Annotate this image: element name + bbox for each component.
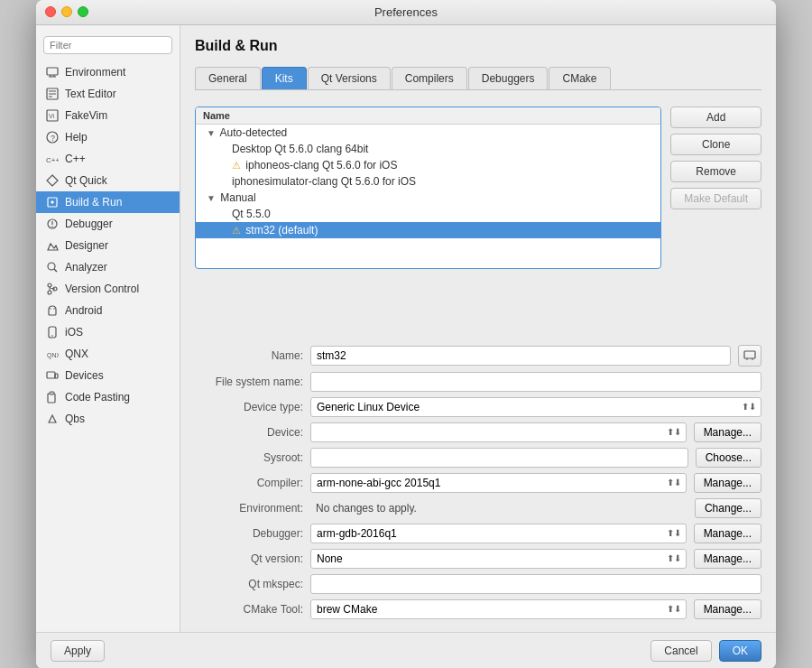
- form-row-debugger: Debugger: arm-gdb-2016q1 ⬆⬇ Manage...: [195, 524, 761, 543]
- filesystem-input[interactable]: [310, 372, 761, 392]
- devices-icon: [45, 368, 60, 383]
- kit-item-iphonesimulator[interactable]: iphonesimulator-clang Qt 5.6.0 for iOS: [196, 173, 660, 190]
- sidebar-item-code-pasting[interactable]: Code Pasting: [36, 386, 180, 408]
- sidebar-item-text-editor[interactable]: Text Editor: [36, 83, 180, 105]
- svg-point-17: [51, 226, 53, 227]
- sidebar-label: iOS: [65, 326, 83, 339]
- filesystem-label: File system name:: [195, 376, 303, 388]
- device-manage-button[interactable]: Manage...: [694, 422, 761, 442]
- version-control-icon: [45, 282, 60, 296]
- qt-version-label: Qt version:: [195, 552, 303, 565]
- kit-item-desktop[interactable]: Desktop Qt 5.6.0 clang 64bit: [196, 141, 660, 157]
- kit-list-header: Name: [196, 107, 660, 125]
- kit-item-iphoneos[interactable]: ⚠ iphoneos-clang Qt 5.6.0 for iOS: [196, 157, 660, 173]
- sidebar-item-build-run[interactable]: Build & Run: [36, 191, 180, 213]
- sidebar-item-android[interactable]: Android: [36, 300, 180, 321]
- add-button[interactable]: Add: [670, 107, 761, 128]
- zoom-button[interactable]: [78, 6, 88, 17]
- window-title: Preferences: [374, 5, 438, 19]
- clone-button[interactable]: Clone: [670, 134, 761, 155]
- qt-mkspec-input[interactable]: [310, 574, 761, 594]
- device-type-select-wrapper: Generic Linux Device ⬆⬇: [310, 397, 761, 417]
- form-row-name: Name:: [195, 345, 761, 366]
- warning-icon: ⚠: [232, 225, 241, 236]
- debugger-select[interactable]: arm-gdb-2016q1: [310, 524, 687, 543]
- svg-point-24: [50, 308, 51, 309]
- code-pasting-icon: [45, 390, 60, 404]
- qt-version-manage-button[interactable]: Manage...: [694, 549, 761, 569]
- sidebar-label: FakeVim: [65, 109, 107, 122]
- sidebar-label: Debugger: [65, 218, 113, 230]
- form-section: Name: File system name: Device type:: [195, 345, 761, 619]
- remove-button[interactable]: Remove: [670, 161, 761, 182]
- device-type-select[interactable]: Generic Linux Device: [310, 397, 761, 417]
- close-button[interactable]: [45, 6, 56, 17]
- debugger-select-wrapper: arm-gdb-2016q1 ⬆⬇: [310, 524, 687, 543]
- sidebar-item-devices[interactable]: Devices: [36, 365, 180, 386]
- ios-icon: [45, 325, 60, 339]
- name-icon-button[interactable]: [738, 345, 761, 366]
- environment-change-button[interactable]: Change...: [695, 498, 761, 518]
- svg-rect-32: [50, 392, 54, 394]
- tab-general[interactable]: General: [195, 67, 261, 89]
- sidebar: Environment Text Editor Vi FakeVim ? Hel…: [36, 25, 180, 632]
- sidebar-item-analyzer[interactable]: Analyzer: [36, 256, 180, 278]
- cancel-button[interactable]: Cancel: [651, 640, 711, 662]
- kit-item-qt550[interactable]: Qt 5.5.0: [196, 206, 660, 222]
- sysroot-input[interactable]: [310, 448, 688, 468]
- environment-value: No changes to apply.: [310, 499, 687, 517]
- sidebar-item-qnx[interactable]: QNX QNX: [36, 343, 180, 365]
- qnx-icon: QNX: [45, 347, 60, 361]
- kit-list[interactable]: Name ▼ Auto-detected Desktop Qt 5.6.0 cl…: [195, 107, 661, 269]
- sidebar-item-fakevim[interactable]: Vi FakeVim: [36, 105, 180, 126]
- tab-compilers[interactable]: Compilers: [392, 67, 467, 89]
- ok-button[interactable]: OK: [719, 640, 761, 662]
- sidebar-item-help[interactable]: ? Help: [36, 126, 180, 148]
- sidebar-label: Analyzer: [65, 261, 107, 274]
- cmake-manage-button[interactable]: Manage...: [694, 599, 761, 619]
- svg-text:QNX: QNX: [47, 352, 59, 359]
- qt-version-select[interactable]: None: [310, 549, 687, 569]
- cmake-select[interactable]: brew CMake: [310, 599, 687, 619]
- name-input[interactable]: [310, 346, 731, 366]
- sysroot-choose-button[interactable]: Choose...: [696, 448, 761, 468]
- designer-icon: [45, 238, 60, 253]
- sidebar-item-cpp[interactable]: C++ C++: [36, 148, 180, 170]
- sidebar-item-environment[interactable]: Environment: [36, 61, 180, 83]
- sidebar-item-qbs[interactable]: Qbs: [36, 408, 180, 430]
- minimize-button[interactable]: [61, 6, 72, 17]
- form-row-qt-mkspec: Qt mkspec:: [195, 574, 761, 594]
- tab-kits[interactable]: Kits: [262, 67, 307, 89]
- compiler-manage-button[interactable]: Manage...: [694, 473, 761, 493]
- sidebar-item-designer[interactable]: Designer: [36, 235, 180, 256]
- page-title: Build & Run: [195, 38, 761, 54]
- make-default-button[interactable]: Make Default: [670, 188, 761, 209]
- device-select[interactable]: [310, 422, 687, 442]
- qt-quick-icon: [45, 173, 60, 188]
- svg-point-21: [48, 291, 51, 294]
- traffic-lights: [45, 6, 88, 17]
- sidebar-item-debugger[interactable]: Debugger: [36, 213, 180, 235]
- device-select-wrapper: ⬆⬇: [310, 422, 687, 442]
- tab-cmake[interactable]: CMake: [549, 67, 610, 89]
- kit-item-stm32[interactable]: ⚠ stm32 (default): [196, 222, 660, 238]
- cpp-icon: C++: [45, 152, 60, 166]
- help-icon: ?: [45, 130, 60, 144]
- sidebar-item-qt-quick[interactable]: Qt Quick: [36, 170, 180, 191]
- apply-button[interactable]: Apply: [51, 640, 105, 662]
- svg-marker-13: [47, 175, 58, 186]
- qt-version-select-wrapper: None ⬆⬇: [310, 549, 687, 569]
- kit-section-auto[interactable]: ▼ Auto-detected: [196, 125, 660, 141]
- sidebar-label: C++: [65, 153, 86, 165]
- debugger-manage-button[interactable]: Manage...: [694, 524, 761, 543]
- sidebar-item-ios[interactable]: iOS: [36, 321, 180, 343]
- tab-qt-versions[interactable]: Qt Versions: [308, 67, 391, 89]
- tab-debuggers[interactable]: Debuggers: [468, 67, 549, 89]
- kit-section-manual[interactable]: ▼ Manual: [196, 190, 660, 206]
- analyzer-icon: [45, 260, 60, 274]
- sidebar-item-version-control[interactable]: Version Control: [36, 278, 180, 300]
- compiler-select[interactable]: arm-none-abi-gcc 2015q1: [310, 473, 687, 493]
- svg-point-20: [48, 283, 51, 287]
- sidebar-label: Designer: [65, 239, 108, 252]
- filter-input[interactable]: [43, 36, 172, 54]
